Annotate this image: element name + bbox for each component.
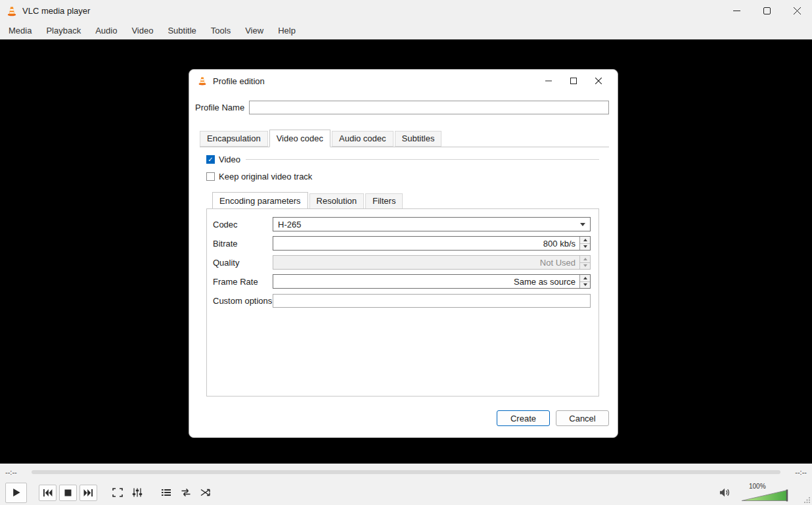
frame-rate-spin-buttons[interactable] xyxy=(579,275,590,288)
bitrate-label: Bitrate xyxy=(213,239,273,249)
menu-media[interactable]: Media xyxy=(1,23,39,38)
mute-speaker-icon[interactable] xyxy=(716,485,733,501)
profile-edition-dialog: Profile edition Profile Name Encapsulati… xyxy=(189,69,618,438)
profile-name-input[interactable] xyxy=(249,101,609,114)
menu-audio[interactable]: Audio xyxy=(88,23,124,38)
window-title: VLC media player xyxy=(22,6,90,16)
bitrate-spinbox[interactable]: 800 kb/s xyxy=(273,236,591,251)
codec-value: H-265 xyxy=(278,220,301,229)
subtab-encoding-parameters[interactable]: Encoding parameters xyxy=(212,192,308,210)
dialog-minimize-icon[interactable] xyxy=(536,71,561,91)
profile-name-label: Profile Name xyxy=(195,103,244,112)
dialog-title: Profile edition xyxy=(213,76,265,86)
chevron-down-icon xyxy=(580,223,585,226)
fullscreen-button[interactable] xyxy=(109,485,126,501)
quality-spinbox: Not Used xyxy=(273,255,591,270)
bitrate-value: 800 kb/s xyxy=(273,237,579,250)
resize-grip[interactable] xyxy=(803,496,811,504)
playlist-button[interactable] xyxy=(158,485,175,501)
create-button[interactable]: Create xyxy=(497,410,550,426)
volume-slider[interactable]: 100% xyxy=(741,483,791,502)
subtab-filters[interactable]: Filters xyxy=(365,193,403,209)
subtab-resolution[interactable]: Resolution xyxy=(309,193,364,209)
custom-options-label: Custom options xyxy=(213,296,273,306)
quality-label: Quality xyxy=(213,258,273,268)
menubar: Media Playback Audio Video Subtitle Tool… xyxy=(0,22,812,39)
tab-subtitles[interactable]: Subtitles xyxy=(395,131,442,147)
play-button[interactable] xyxy=(5,483,27,503)
keep-original-video-checkbox[interactable] xyxy=(206,172,215,181)
quality-value: Not Used xyxy=(273,256,579,269)
spin-up-icon xyxy=(580,256,590,263)
spin-up-icon[interactable] xyxy=(580,275,590,282)
custom-options-input[interactable] xyxy=(273,294,591,308)
spin-down-icon[interactable] xyxy=(580,244,590,251)
tab-encapsulation[interactable]: Encapsulation xyxy=(200,131,268,147)
cancel-button[interactable]: Cancel xyxy=(556,410,609,426)
menu-subtitle[interactable]: Subtitle xyxy=(160,23,203,38)
elapsed-time: --:-- xyxy=(5,468,25,476)
vlc-cone-icon xyxy=(198,76,207,85)
close-icon[interactable] xyxy=(782,0,812,22)
encoding-subtabbar: Encoding parameters Resolution Filters xyxy=(212,191,599,209)
next-button[interactable] xyxy=(79,485,97,501)
remaining-time: --:-- xyxy=(787,468,807,476)
frame-rate-spinbox[interactable]: Same as source xyxy=(273,274,591,289)
previous-button[interactable] xyxy=(39,485,56,501)
menu-help[interactable]: Help xyxy=(271,23,303,38)
stop-button[interactable] xyxy=(59,485,77,501)
tab-audio-codec[interactable]: Audio codec xyxy=(332,131,394,147)
dialog-close-icon[interactable] xyxy=(586,71,611,91)
codec-label: Codec xyxy=(213,220,273,229)
codec-dropdown[interactable]: H-265 xyxy=(273,217,591,231)
maximize-icon[interactable] xyxy=(752,0,782,22)
extended-settings-button[interactable] xyxy=(129,485,146,501)
player-controls-panel: --:-- --:-- xyxy=(0,464,812,505)
spin-down-icon[interactable] xyxy=(580,282,590,289)
bitrate-spin-buttons[interactable] xyxy=(579,237,590,250)
frame-rate-label: Frame Rate xyxy=(213,277,273,287)
codec-tabbar: Encapsulation Video codec Audio codec Su… xyxy=(200,129,609,147)
spin-down-icon xyxy=(580,263,590,270)
video-checkbox-label: Video xyxy=(219,155,240,164)
spin-up-icon[interactable] xyxy=(580,237,590,244)
menu-tools[interactable]: Tools xyxy=(204,23,238,38)
vlc-cone-icon xyxy=(7,6,17,16)
tab-video-codec[interactable]: Video codec xyxy=(269,130,330,147)
menu-playback[interactable]: Playback xyxy=(39,23,88,38)
menu-video[interactable]: Video xyxy=(124,23,160,38)
encoding-parameters-pane: Codec H-265 Bitrate 800 kb/s Quality Not… xyxy=(206,208,599,397)
dialog-maximize-icon[interactable] xyxy=(561,71,586,91)
groupbox-divider xyxy=(246,159,599,160)
dialog-titlebar: Profile edition xyxy=(189,70,618,92)
menu-view[interactable]: View xyxy=(238,23,271,38)
shuffle-button[interactable] xyxy=(197,485,214,501)
video-checkbox[interactable]: ✓ xyxy=(206,155,215,164)
seek-slider[interactable] xyxy=(32,470,780,474)
loop-button[interactable] xyxy=(177,485,194,501)
frame-rate-value: Same as source xyxy=(273,275,579,288)
minimize-icon[interactable] xyxy=(721,0,752,22)
quality-spin-buttons xyxy=(579,256,590,269)
keep-original-video-label: Keep original video track xyxy=(219,172,312,181)
main-titlebar: VLC media player xyxy=(0,0,812,22)
